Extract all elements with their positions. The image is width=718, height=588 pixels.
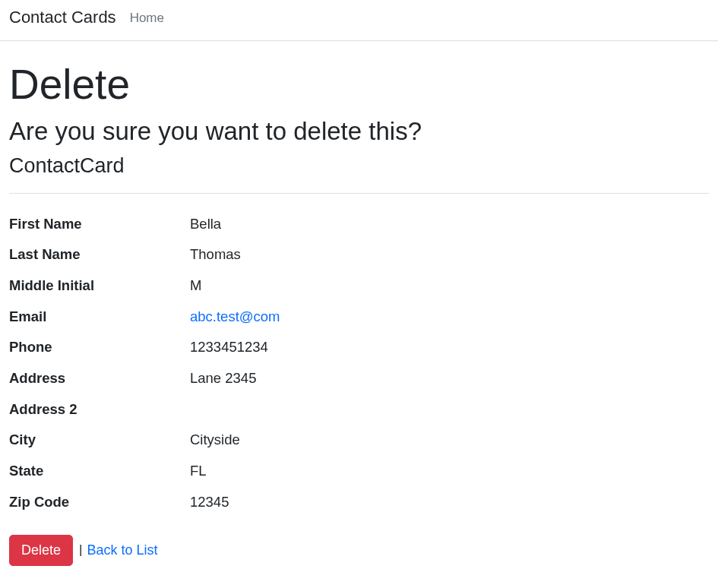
- navbar-inner: Contact Cards Home: [0, 0, 718, 40]
- main-container: Delete Are you sure you want to delete t…: [0, 41, 718, 566]
- action-row: Delete | Back to List: [9, 535, 709, 566]
- label-city: City: [9, 425, 190, 456]
- value-first-name: Bella: [190, 209, 709, 240]
- back-to-list-link[interactable]: Back to List: [87, 542, 157, 558]
- value-address: Lane 2345: [190, 363, 709, 394]
- detail-list: First Name Bella Last Name Thomas Middle…: [9, 209, 709, 518]
- page-title: Delete: [9, 59, 709, 109]
- value-middle-initial: M: [190, 270, 709, 302]
- entity-name: ContactCard: [9, 153, 709, 179]
- action-separator: |: [79, 542, 82, 558]
- detail-section: ContactCard First Name Bella Last Name T…: [9, 153, 709, 566]
- label-address: Address: [9, 363, 190, 394]
- value-zip-code: 12345: [190, 487, 709, 518]
- email-link[interactable]: abc.test@com: [190, 308, 280, 324]
- label-zip-code: Zip Code: [9, 487, 190, 518]
- nav-home-link[interactable]: Home: [130, 6, 164, 27]
- value-address2: [190, 394, 709, 425]
- label-middle-initial: Middle Initial: [9, 270, 190, 302]
- label-phone: Phone: [9, 332, 190, 363]
- value-city: Cityside: [190, 425, 709, 456]
- label-last-name: Last Name: [9, 239, 190, 270]
- navbar-brand[interactable]: Contact Cards: [9, 3, 116, 30]
- label-first-name: First Name: [9, 209, 190, 240]
- value-email-cell: abc.test@com: [190, 302, 709, 333]
- value-last-name: Thomas: [190, 239, 709, 270]
- label-state: State: [9, 456, 190, 487]
- delete-button[interactable]: Delete: [9, 535, 73, 566]
- confirm-text: Are you sure you want to delete this?: [9, 115, 709, 148]
- value-state: FL: [190, 456, 709, 487]
- divider: [9, 193, 709, 194]
- navbar: Contact Cards Home: [0, 0, 718, 41]
- label-address2: Address 2: [9, 394, 190, 425]
- label-email: Email: [9, 302, 190, 333]
- value-phone: 1233451234: [190, 332, 709, 363]
